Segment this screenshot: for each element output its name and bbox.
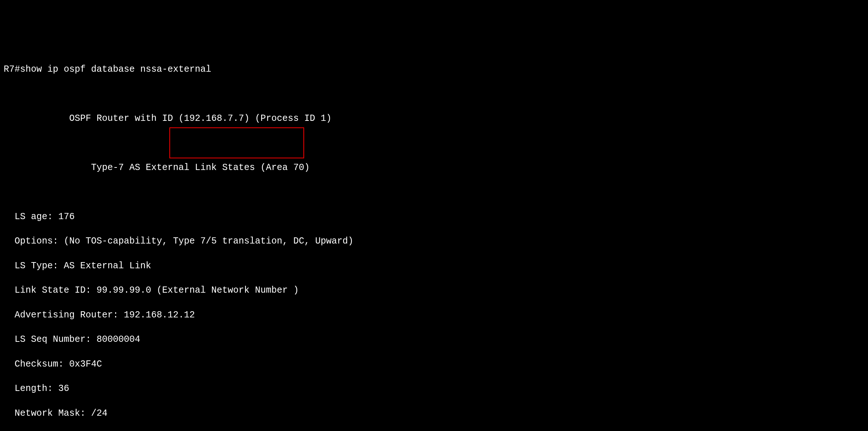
checksum: Checksum: 0x3F4C [4, 358, 864, 371]
terminal-output: R7#show ip ospf database nssa-external O… [4, 51, 864, 431]
ospf-header: OSPF Router with ID (192.168.7.7) (Proce… [4, 112, 864, 125]
advertising-router: Advertising Router: 192.168.12.12 [4, 309, 864, 321]
length: Length: 36 [4, 383, 864, 395]
options-highlighted: Type 7/5 translation, [173, 236, 288, 246]
options-line: Options: (No TOS-capability, Type 7/5 tr… [4, 235, 864, 248]
blank-line [4, 186, 864, 198]
command-line: R7#show ip ospf database nssa-external [4, 63, 864, 76]
prompt: R7# [4, 64, 20, 75]
blank-line [4, 137, 864, 149]
network-mask: Network Mask: /24 [4, 407, 864, 420]
blank-line [4, 88, 864, 100]
options-post: DC, Upward) [288, 236, 353, 246]
ls-type: LS Type: AS External Link [4, 260, 864, 272]
command-text: show ip ospf database nssa-external [20, 64, 211, 75]
ls-seq-number: LS Seq Number: 80000004 [4, 333, 864, 346]
section-header: Type-7 AS External Link States (Area 70) [4, 162, 864, 174]
options-pre: Options: (No TOS-capability, [4, 236, 173, 246]
ls-age: LS age: 176 [4, 211, 864, 223]
link-state-id: Link State ID: 99.99.99.0 (External Netw… [4, 284, 864, 297]
